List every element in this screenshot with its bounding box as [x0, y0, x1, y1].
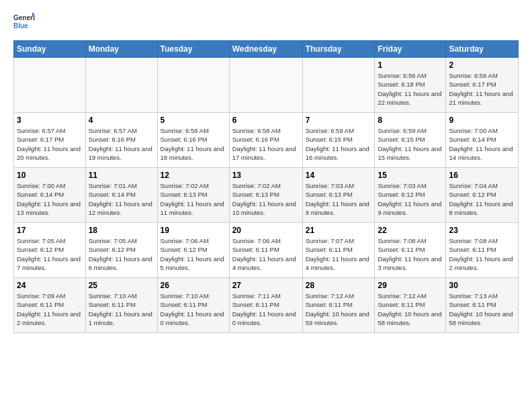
week-row-3: 10Sunrise: 7:00 AM Sunset: 6:14 PM Dayli… [14, 168, 519, 223]
day-cell: 11Sunrise: 7:01 AM Sunset: 6:14 PM Dayli… [85, 168, 157, 223]
day-number: 28 [306, 281, 372, 290]
day-info: Sunrise: 7:05 AM Sunset: 6:12 PM Dayligh… [17, 236, 83, 272]
day-info: Sunrise: 7:03 AM Sunset: 6:12 PM Dayligh… [378, 181, 443, 217]
day-info: Sunrise: 7:02 AM Sunset: 6:13 PM Dayligh… [232, 181, 300, 217]
day-number: 18 [89, 226, 154, 235]
day-number: 27 [232, 281, 300, 290]
day-info: Sunrise: 6:58 AM Sunset: 6:16 PM Dayligh… [161, 126, 226, 162]
week-row-5: 24Sunrise: 7:09 AM Sunset: 6:11 PM Dayli… [14, 278, 519, 333]
day-number: 11 [89, 171, 154, 180]
day-info: Sunrise: 7:07 AM Sunset: 6:11 PM Dayligh… [306, 236, 372, 272]
day-number: 16 [449, 171, 515, 180]
day-info: Sunrise: 7:08 AM Sunset: 6:11 PM Dayligh… [449, 236, 515, 272]
day-cell: 7Sunrise: 6:59 AM Sunset: 6:15 PM Daylig… [302, 113, 375, 168]
day-number: 17 [17, 226, 83, 235]
day-cell: 26Sunrise: 7:10 AM Sunset: 6:11 PM Dayli… [157, 278, 229, 333]
day-number: 2 [449, 60, 515, 70]
svg-text:General: General [13, 14, 35, 21]
day-cell [302, 58, 375, 113]
day-info: Sunrise: 6:59 AM Sunset: 6:15 PM Dayligh… [378, 126, 443, 162]
day-number: 8 [378, 116, 443, 125]
day-info: Sunrise: 7:00 AM Sunset: 6:14 PM Dayligh… [17, 181, 83, 217]
day-number: 29 [378, 281, 443, 290]
day-info: Sunrise: 7:03 AM Sunset: 6:13 PM Dayligh… [306, 181, 372, 217]
day-cell: 21Sunrise: 7:07 AM Sunset: 6:11 PM Dayli… [302, 223, 375, 278]
day-number: 23 [449, 226, 515, 235]
day-cell: 30Sunrise: 7:13 AM Sunset: 6:11 PM Dayli… [446, 278, 519, 333]
day-info: Sunrise: 6:56 AM Sunset: 6:17 PM Dayligh… [449, 71, 515, 107]
day-number: 15 [378, 171, 443, 180]
day-info: Sunrise: 7:04 AM Sunset: 6:12 PM Dayligh… [449, 181, 515, 217]
weekday-header-tuesday: Tuesday [157, 41, 229, 58]
day-cell: 2Sunrise: 6:56 AM Sunset: 6:17 PM Daylig… [446, 58, 519, 113]
day-cell: 15Sunrise: 7:03 AM Sunset: 6:12 PM Dayli… [375, 168, 446, 223]
weekday-header-saturday: Saturday [446, 41, 519, 58]
weekday-header-sunday: Sunday [14, 41, 86, 58]
day-cell: 22Sunrise: 7:08 AM Sunset: 6:11 PM Dayli… [375, 223, 446, 278]
day-cell: 25Sunrise: 7:10 AM Sunset: 6:11 PM Dayli… [85, 278, 157, 333]
day-info: Sunrise: 7:10 AM Sunset: 6:11 PM Dayligh… [89, 291, 154, 327]
day-info: Sunrise: 6:59 AM Sunset: 6:15 PM Dayligh… [306, 126, 372, 162]
day-number: 10 [17, 171, 83, 180]
day-cell: 28Sunrise: 7:12 AM Sunset: 6:11 PM Dayli… [302, 278, 375, 333]
day-number: 24 [17, 281, 83, 290]
day-info: Sunrise: 6:57 AM Sunset: 6:16 PM Dayligh… [89, 126, 154, 162]
day-info: Sunrise: 7:01 AM Sunset: 6:14 PM Dayligh… [89, 181, 154, 217]
day-cell: 5Sunrise: 6:58 AM Sunset: 6:16 PM Daylig… [157, 113, 229, 168]
day-cell: 24Sunrise: 7:09 AM Sunset: 6:11 PM Dayli… [14, 278, 86, 333]
day-info: Sunrise: 7:12 AM Sunset: 6:11 PM Dayligh… [306, 291, 372, 327]
day-cell: 13Sunrise: 7:02 AM Sunset: 6:13 PM Dayli… [229, 168, 302, 223]
day-cell: 3Sunrise: 6:57 AM Sunset: 6:17 PM Daylig… [14, 113, 86, 168]
day-number: 1 [378, 60, 443, 70]
day-cell: 6Sunrise: 6:58 AM Sunset: 6:16 PM Daylig… [229, 113, 302, 168]
day-number: 21 [306, 226, 372, 235]
day-cell: 8Sunrise: 6:59 AM Sunset: 6:15 PM Daylig… [375, 113, 446, 168]
day-info: Sunrise: 7:09 AM Sunset: 6:11 PM Dayligh… [17, 291, 83, 327]
day-number: 9 [449, 116, 515, 125]
day-info: Sunrise: 7:06 AM Sunset: 6:12 PM Dayligh… [161, 236, 226, 272]
weekday-header-thursday: Thursday [302, 41, 375, 58]
day-number: 13 [232, 171, 300, 180]
day-number: 3 [17, 116, 83, 125]
day-number: 26 [161, 281, 226, 290]
day-number: 14 [306, 171, 372, 180]
day-info: Sunrise: 7:00 AM Sunset: 6:14 PM Dayligh… [449, 126, 515, 162]
day-cell: 4Sunrise: 6:57 AM Sunset: 6:16 PM Daylig… [85, 113, 157, 168]
day-number: 6 [232, 116, 300, 125]
day-number: 19 [161, 226, 226, 235]
day-cell: 29Sunrise: 7:12 AM Sunset: 6:11 PM Dayli… [375, 278, 446, 333]
weekday-header-friday: Friday [375, 41, 446, 58]
day-cell: 19Sunrise: 7:06 AM Sunset: 6:12 PM Dayli… [157, 223, 229, 278]
day-number: 22 [378, 226, 443, 235]
day-cell: 23Sunrise: 7:08 AM Sunset: 6:11 PM Dayli… [446, 223, 519, 278]
day-number: 25 [89, 281, 154, 290]
day-cell: 16Sunrise: 7:04 AM Sunset: 6:12 PM Dayli… [446, 168, 519, 223]
day-number: 4 [89, 116, 154, 125]
day-info: Sunrise: 7:11 AM Sunset: 6:11 PM Dayligh… [232, 291, 300, 327]
day-cell: 12Sunrise: 7:02 AM Sunset: 6:13 PM Dayli… [157, 168, 229, 223]
day-info: Sunrise: 6:57 AM Sunset: 6:17 PM Dayligh… [17, 126, 83, 162]
week-row-1: 1Sunrise: 6:56 AM Sunset: 6:18 PM Daylig… [14, 58, 519, 113]
week-row-2: 3Sunrise: 6:57 AM Sunset: 6:17 PM Daylig… [14, 113, 519, 168]
day-cell: 17Sunrise: 7:05 AM Sunset: 6:12 PM Dayli… [14, 223, 86, 278]
day-cell: 10Sunrise: 7:00 AM Sunset: 6:14 PM Dayli… [14, 168, 86, 223]
day-info: Sunrise: 7:02 AM Sunset: 6:13 PM Dayligh… [161, 181, 226, 217]
day-cell [85, 58, 157, 113]
day-info: Sunrise: 7:05 AM Sunset: 6:12 PM Dayligh… [89, 236, 154, 272]
weekday-header-wednesday: Wednesday [229, 41, 302, 58]
header-area: General Blue [13, 11, 519, 35]
day-number: 7 [306, 116, 372, 125]
day-cell: 20Sunrise: 7:06 AM Sunset: 6:11 PM Dayli… [229, 223, 302, 278]
day-cell: 1Sunrise: 6:56 AM Sunset: 6:18 PM Daylig… [375, 58, 446, 113]
day-number: 30 [449, 281, 515, 290]
day-info: Sunrise: 7:10 AM Sunset: 6:11 PM Dayligh… [161, 291, 226, 327]
day-cell [14, 58, 86, 113]
day-info: Sunrise: 6:56 AM Sunset: 6:18 PM Dayligh… [378, 71, 443, 107]
day-cell [229, 58, 302, 113]
weekday-header-row: SundayMondayTuesdayWednesdayThursdayFrid… [14, 41, 519, 58]
day-cell: 14Sunrise: 7:03 AM Sunset: 6:13 PM Dayli… [302, 168, 375, 223]
week-row-4: 17Sunrise: 7:05 AM Sunset: 6:12 PM Dayli… [14, 223, 519, 278]
day-number: 20 [232, 226, 300, 235]
logo: General Blue [13, 11, 35, 35]
page: General Blue SundayMondayTuesdayWednesda… [0, 0, 532, 340]
